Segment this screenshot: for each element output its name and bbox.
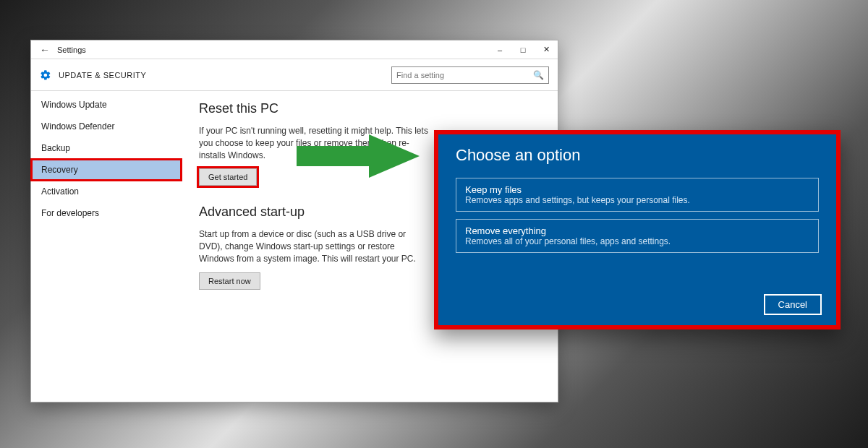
sidebar-item-backup[interactable]: Backup: [31, 137, 182, 159]
sidebar-item-label: For developers: [41, 208, 99, 218]
sidebar-item-recovery[interactable]: Recovery: [31, 159, 182, 181]
choose-option-dialog: Choose an option Keep my files Removes a…: [438, 134, 836, 325]
sidebar-item-activation[interactable]: Activation: [31, 181, 182, 202]
choose-option-dialog-highlight: Choose an option Keep my files Removes a…: [434, 130, 841, 329]
page-heading: UPDATE & SECURITY: [59, 71, 146, 79]
maximize-icon: □: [521, 46, 526, 54]
option-keep-my-files[interactable]: Keep my files Removes apps and settings,…: [456, 178, 819, 212]
get-started-button[interactable]: Get started: [199, 168, 257, 186]
gear-icon: [40, 69, 51, 81]
window-title: Settings: [57, 46, 86, 54]
restart-now-button[interactable]: Restart now: [199, 272, 260, 290]
button-label: Get started: [208, 173, 247, 181]
sidebar-item-label: Backup: [41, 143, 70, 153]
option-description: Removes all of your personal files, apps…: [465, 236, 809, 246]
maximize-button[interactable]: □: [511, 40, 535, 59]
sidebar-item-label: Windows Update: [41, 100, 107, 110]
reset-description: If your PC isn't running well, resetting…: [199, 125, 430, 161]
close-button[interactable]: ✕: [535, 40, 558, 59]
cancel-button[interactable]: Cancel: [764, 294, 822, 315]
search-box[interactable]: 🔍: [391, 66, 549, 84]
reset-heading: Reset this PC: [199, 101, 540, 116]
sidebar-item-label: Activation: [41, 186, 79, 197]
minimize-button[interactable]: –: [488, 40, 511, 59]
header-bar: UPDATE & SECURITY 🔍: [31, 59, 558, 91]
sidebar-item-label: Windows Defender: [41, 121, 114, 132]
button-label: Cancel: [778, 299, 807, 310]
option-title: Remove everything: [465, 225, 809, 236]
minimize-icon: –: [498, 46, 502, 54]
search-icon: 🔍: [533, 70, 544, 80]
dialog-title: Choose an option: [456, 146, 819, 165]
button-label: Restart now: [208, 277, 251, 285]
option-title: Keep my files: [465, 184, 809, 195]
sidebar-item-for-developers[interactable]: For developers: [31, 202, 182, 224]
advanced-description: Start up from a device or disc (such as …: [199, 228, 430, 264]
sidebar: Windows Update Windows Defender Backup R…: [31, 91, 182, 402]
option-remove-everything[interactable]: Remove everything Removes all of your pe…: [456, 219, 819, 253]
back-button[interactable]: ←: [37, 44, 53, 56]
sidebar-item-label: Recovery: [41, 165, 78, 175]
sidebar-item-windows-update[interactable]: Windows Update: [31, 94, 182, 116]
option-description: Removes apps and settings, but keeps you…: [465, 195, 809, 205]
sidebar-item-windows-defender[interactable]: Windows Defender: [31, 116, 182, 137]
close-icon: ✕: [543, 45, 550, 54]
search-input[interactable]: [396, 71, 530, 79]
titlebar: ← Settings – □ ✕: [31, 40, 558, 59]
back-arrow-icon: ←: [40, 44, 50, 56]
